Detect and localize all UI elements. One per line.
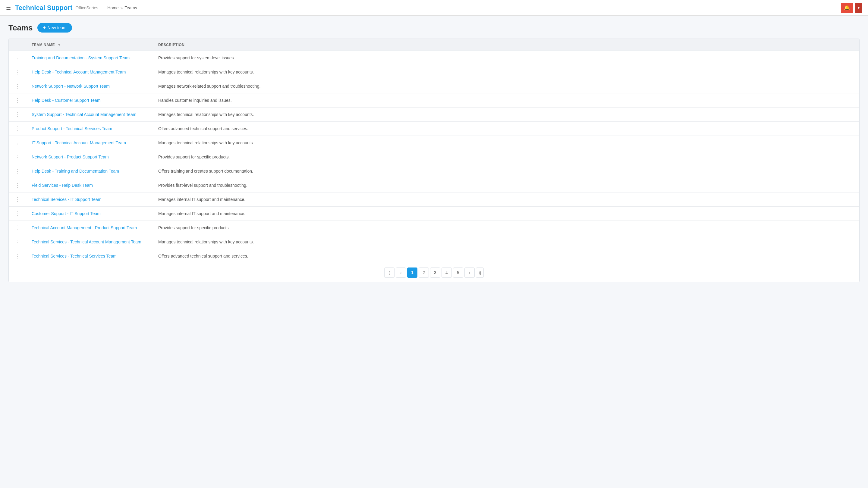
- teams-table-container: TEAM NAME ▼ DESCRIPTION ⋮Training and Do…: [8, 38, 860, 282]
- page-4-button[interactable]: 4: [441, 267, 452, 278]
- row-team-name-cell: Field Services - Help Desk Team: [27, 178, 153, 193]
- row-description-cell: Handles customer inquiries and issues.: [153, 93, 859, 107]
- teams-table: TEAM NAME ▼ DESCRIPTION ⋮Training and Do…: [9, 39, 859, 263]
- team-name-link[interactable]: Help Desk - Customer Support Team: [32, 98, 101, 103]
- row-description-cell: Manages internal IT support and maintena…: [153, 193, 859, 207]
- col-header-desc: DESCRIPTION: [153, 39, 859, 51]
- table-row: ⋮Training and Documentation - System Sup…: [9, 51, 859, 65]
- team-name-link[interactable]: Customer Support - IT Support Team: [32, 211, 101, 216]
- page-first-button[interactable]: ⟨: [384, 267, 395, 278]
- page-header: Teams + New team: [8, 23, 860, 33]
- table-row: ⋮System Support - Technical Account Mana…: [9, 107, 859, 122]
- row-menu-icon[interactable]: ⋮: [14, 195, 22, 204]
- row-actions-cell: ⋮: [9, 193, 27, 207]
- row-description-cell: Offers training and creates support docu…: [153, 164, 859, 178]
- row-menu-icon[interactable]: ⋮: [14, 82, 22, 90]
- col-header-name: TEAM NAME ▼: [27, 39, 153, 51]
- pagination: ⟨ ‹ 1 2 3 4 5 › ⟩|: [9, 263, 859, 282]
- row-team-name-cell: Help Desk - Customer Support Team: [27, 93, 153, 107]
- row-description-cell: Provides support for specific products.: [153, 221, 859, 235]
- row-menu-icon[interactable]: ⋮: [14, 209, 22, 218]
- menu-icon[interactable]: ☰: [6, 4, 11, 11]
- row-menu-icon[interactable]: ⋮: [14, 54, 22, 62]
- row-menu-icon[interactable]: ⋮: [14, 124, 22, 133]
- row-actions-cell: ⋮: [9, 178, 27, 193]
- table-row: ⋮Product Support - Technical Services Te…: [9, 122, 859, 136]
- team-name-link[interactable]: Technical Account Management - Product S…: [32, 225, 137, 230]
- row-actions-cell: ⋮: [9, 122, 27, 136]
- row-team-name-cell: Network Support - Network Support Team: [27, 79, 153, 93]
- row-menu-icon[interactable]: ⋮: [14, 138, 22, 147]
- row-actions-cell: ⋮: [9, 221, 27, 235]
- team-name-link[interactable]: Help Desk - Technical Account Management…: [32, 70, 126, 74]
- notifications-button[interactable]: 🔔: [841, 3, 853, 13]
- row-team-name-cell: Help Desk - Training and Documentation T…: [27, 164, 153, 178]
- page-prev-button[interactable]: ‹: [396, 267, 406, 278]
- col-header-actions: [9, 39, 27, 51]
- team-name-link[interactable]: System Support - Technical Account Manag…: [32, 112, 136, 117]
- row-description-cell: Offers advanced technical support and se…: [153, 249, 859, 263]
- row-menu-icon[interactable]: ⋮: [14, 181, 22, 190]
- team-name-link[interactable]: Product Support - Technical Services Tea…: [32, 126, 112, 131]
- table-body: ⋮Training and Documentation - System Sup…: [9, 51, 859, 263]
- row-menu-icon[interactable]: ⋮: [14, 68, 22, 76]
- table-row: ⋮Network Support - Product Support TeamP…: [9, 150, 859, 164]
- row-description-cell: Provides support for system-level issues…: [153, 51, 859, 65]
- breadcrumb-current: Teams: [124, 5, 137, 10]
- row-description-cell: Provides first-level support and trouble…: [153, 178, 859, 193]
- row-actions-cell: ⋮: [9, 136, 27, 150]
- team-name-link[interactable]: Field Services - Help Desk Team: [32, 183, 93, 188]
- row-menu-icon[interactable]: ⋮: [14, 110, 22, 119]
- row-menu-icon[interactable]: ⋮: [14, 153, 22, 161]
- team-name-link[interactable]: Help Desk - Training and Documentation T…: [32, 169, 119, 173]
- page-last-button[interactable]: ⟩|: [476, 267, 484, 278]
- page-3-button[interactable]: 3: [430, 267, 440, 278]
- row-team-name-cell: Customer Support - IT Support Team: [27, 207, 153, 221]
- page-2-button[interactable]: 2: [418, 267, 429, 278]
- table-row: ⋮Network Support - Network Support TeamM…: [9, 79, 859, 93]
- row-menu-icon[interactable]: ⋮: [14, 238, 22, 246]
- main-content: Teams + New team TEAM NAME ▼ DESCRIPTION: [0, 16, 868, 290]
- row-team-name-cell: Help Desk - Technical Account Management…: [27, 65, 153, 79]
- row-actions-cell: ⋮: [9, 235, 27, 249]
- row-menu-icon[interactable]: ⋮: [14, 252, 22, 260]
- table-row: ⋮Technical Services - Technical Account …: [9, 235, 859, 249]
- new-team-label: New team: [48, 25, 67, 30]
- row-actions-cell: ⋮: [9, 79, 27, 93]
- table-row: ⋮Customer Support - IT Support TeamManag…: [9, 207, 859, 221]
- row-actions-cell: ⋮: [9, 249, 27, 263]
- page-1-button[interactable]: 1: [407, 267, 417, 278]
- row-team-name-cell: Training and Documentation - System Supp…: [27, 51, 153, 65]
- notifications-dropdown-button[interactable]: ▾: [855, 3, 862, 13]
- row-menu-icon[interactable]: ⋮: [14, 224, 22, 232]
- table-row: ⋮Technical Account Management - Product …: [9, 221, 859, 235]
- app-header: ☰ Technical Support OfficeSeries Home » …: [0, 0, 868, 16]
- row-actions-cell: ⋮: [9, 107, 27, 122]
- row-actions-cell: ⋮: [9, 207, 27, 221]
- row-team-name-cell: IT Support - Technical Account Managemen…: [27, 136, 153, 150]
- table-row: ⋮Technical Services - IT Support TeamMan…: [9, 193, 859, 207]
- row-team-name-cell: Network Support - Product Support Team: [27, 150, 153, 164]
- row-actions-cell: ⋮: [9, 51, 27, 65]
- row-team-name-cell: Technical Services - Technical Account M…: [27, 235, 153, 249]
- row-description-cell: Manages technical relationships with key…: [153, 136, 859, 150]
- breadcrumb-home[interactable]: Home: [107, 5, 119, 10]
- page-5-button[interactable]: 5: [453, 267, 463, 278]
- team-name-link[interactable]: Network Support - Network Support Team: [32, 84, 110, 89]
- filter-icon[interactable]: ▼: [57, 42, 61, 47]
- row-description-cell: Manages technical relationships with key…: [153, 107, 859, 122]
- new-team-button[interactable]: + New team: [37, 23, 72, 33]
- row-menu-icon[interactable]: ⋮: [14, 167, 22, 175]
- team-name-link[interactable]: Network Support - Product Support Team: [32, 155, 109, 159]
- app-subtitle: OfficeSeries: [75, 5, 98, 10]
- new-team-plus-icon: +: [43, 25, 45, 30]
- team-name-link[interactable]: Training and Documentation - System Supp…: [32, 56, 130, 60]
- page-next-button[interactable]: ›: [464, 267, 475, 278]
- row-team-name-cell: Technical Account Management - Product S…: [27, 221, 153, 235]
- team-name-link[interactable]: Technical Services - Technical Account M…: [32, 239, 141, 244]
- team-name-link[interactable]: Technical Services - Technical Services …: [32, 254, 117, 258]
- team-name-link[interactable]: Technical Services - IT Support Team: [32, 197, 101, 202]
- team-name-link[interactable]: IT Support - Technical Account Managemen…: [32, 140, 126, 145]
- row-menu-icon[interactable]: ⋮: [14, 96, 22, 104]
- row-actions-cell: ⋮: [9, 93, 27, 107]
